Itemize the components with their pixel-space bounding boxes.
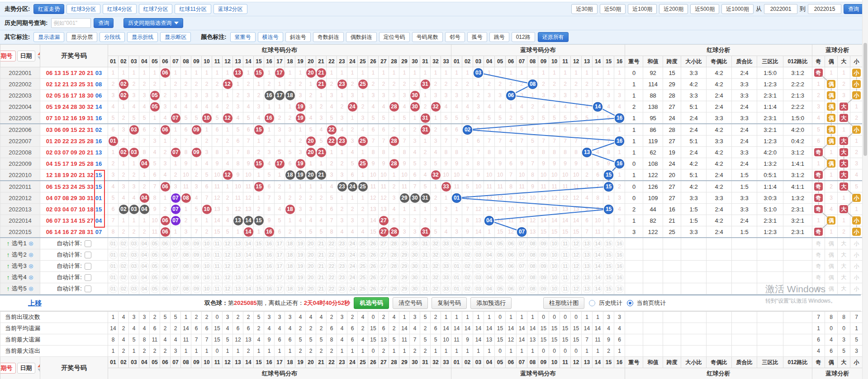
zone-button-红球4分区[interactable]: 红球4分区: [103, 4, 137, 14]
color-button-号码尾数[interactable]: 号码尾数: [412, 32, 443, 42]
blue-pick-number[interactable]: 11: [561, 285, 569, 293]
blue-pick-number[interactable]: 12: [572, 285, 580, 293]
blue-pick-number[interactable]: 15: [604, 251, 613, 259]
red-pick-number[interactable]: 01: [109, 285, 118, 293]
red-pick-number[interactable]: 30: [411, 273, 419, 282]
red-pick-number[interactable]: 20: [307, 251, 315, 259]
range-button-近200期[interactable]: 近200期: [659, 4, 688, 14]
red-pick-number[interactable]: 28: [390, 251, 398, 259]
red-pick-number[interactable]: 11: [213, 262, 222, 271]
red-pick-number[interactable]: 15: [255, 239, 263, 248]
red-pick-number[interactable]: 33: [442, 251, 451, 259]
red-pick-number[interactable]: 23: [338, 262, 346, 271]
red-pick-number[interactable]: 33: [442, 239, 451, 248]
red-pick-number[interactable]: 04: [140, 239, 149, 248]
red-pick-number[interactable]: 12: [223, 262, 232, 271]
blue-pick-number[interactable]: 14: [593, 251, 602, 259]
red-pick-number[interactable]: 19: [296, 251, 305, 259]
zone-button-红球11分区[interactable]: 红球11分区: [175, 4, 211, 14]
red-pick-number[interactable]: 27: [379, 285, 388, 293]
mark-button-显示断区[interactable]: 显示断区: [160, 32, 191, 42]
blue-pick-number[interactable]: 08: [528, 251, 537, 259]
range-button-近1000期[interactable]: 近1000期: [721, 4, 754, 14]
red-pick-number[interactable]: 02: [119, 262, 128, 271]
red-pick-number[interactable]: 09: [192, 285, 201, 293]
clear-selection-icon[interactable]: ⊗: [28, 274, 34, 281]
up-arrow-icon[interactable]: ↑: [7, 262, 10, 270]
red-pick-number[interactable]: 18: [286, 273, 294, 282]
red-pick-number[interactable]: 14: [244, 239, 253, 248]
red-pick-number[interactable]: 31: [421, 251, 430, 259]
red-pick-number[interactable]: 01: [109, 273, 118, 282]
blue-pick-number[interactable]: 01: [452, 285, 461, 293]
blue-pick-number[interactable]: 01: [452, 262, 461, 271]
red-pick-number[interactable]: 31: [421, 285, 430, 293]
blue-pick-number[interactable]: 05: [496, 285, 504, 293]
red-pick-number[interactable]: 05: [151, 285, 159, 293]
blue-pick-number[interactable]: 10: [550, 285, 559, 293]
blue-pick-number[interactable]: 15: [604, 285, 613, 293]
blue-pick-number[interactable]: 09: [539, 273, 548, 282]
blue-pick-number[interactable]: 07: [517, 285, 526, 293]
clear-selection-icon[interactable]: ⊗: [28, 251, 34, 258]
history-input[interactable]: [51, 18, 91, 28]
color-button-竖重号[interactable]: 竖重号: [230, 32, 256, 42]
red-pick-number[interactable]: 08: [182, 239, 190, 248]
red-pick-number[interactable]: 15: [255, 262, 263, 271]
red-pick-number[interactable]: 05: [151, 262, 159, 271]
red-pick-number[interactable]: 05: [151, 239, 159, 248]
up-arrow-icon[interactable]: ↑: [7, 240, 10, 247]
red-pick-number[interactable]: 05: [151, 251, 159, 259]
red-pick-number[interactable]: 14: [244, 262, 253, 271]
blue-pick-number[interactable]: 05: [496, 262, 504, 271]
blue-pick-number[interactable]: 08: [528, 285, 537, 293]
red-pick-number[interactable]: 02: [119, 251, 128, 259]
red-pick-number[interactable]: 26: [369, 239, 378, 248]
blue-pick-number[interactable]: 05: [496, 251, 504, 259]
blue-pick-number[interactable]: 16: [615, 273, 624, 282]
blue-pick-number[interactable]: 16: [615, 251, 624, 259]
red-pick-number[interactable]: 05: [151, 273, 159, 282]
color-button-偶数斜连[interactable]: 偶数斜连: [346, 32, 377, 42]
red-pick-number[interactable]: 32: [432, 262, 440, 271]
red-pick-number[interactable]: 30: [411, 285, 419, 293]
color-button-奇数斜连[interactable]: 奇数斜连: [313, 32, 344, 42]
blue-pick-number[interactable]: 14: [593, 262, 602, 271]
date-sort-button[interactable]: 日期: [17, 363, 35, 374]
red-pick-number[interactable]: 29: [400, 285, 409, 293]
clear-selection-icon[interactable]: ⊗: [28, 285, 34, 292]
red-pick-number[interactable]: 16: [265, 262, 274, 271]
red-pick-number[interactable]: 19: [296, 285, 305, 293]
blue-pick-number[interactable]: 08: [528, 273, 537, 282]
red-pick-number[interactable]: 02: [119, 273, 128, 282]
scrollbar[interactable]: [862, 0, 868, 379]
red-pick-number[interactable]: 08: [182, 273, 190, 282]
red-pick-number[interactable]: 08: [182, 251, 190, 259]
sort-asc-icon[interactable]: [38, 364, 40, 367]
red-pick-number[interactable]: 13: [234, 239, 242, 248]
red-pick-number[interactable]: 28: [390, 262, 398, 271]
red-pick-number[interactable]: 29: [400, 273, 409, 282]
red-pick-number[interactable]: 29: [400, 262, 409, 271]
blue-pick-number[interactable]: 07: [517, 251, 526, 259]
zone-button-蓝球2分区[interactable]: 蓝球2分区: [213, 4, 247, 14]
blue-pick-number[interactable]: 16: [615, 285, 624, 293]
red-pick-number[interactable]: 26: [369, 273, 378, 282]
red-pick-number[interactable]: 06: [161, 285, 170, 293]
red-pick-number[interactable]: 07: [171, 273, 180, 282]
blue-pick-number[interactable]: 02: [463, 285, 472, 293]
red-pick-number[interactable]: 13: [234, 285, 242, 293]
red-pick-number[interactable]: 16: [265, 273, 274, 282]
sort-desc-icon[interactable]: [38, 369, 40, 372]
red-pick-number[interactable]: 02: [119, 285, 128, 293]
mark-button-分段线[interactable]: 分段线: [100, 32, 125, 42]
red-pick-number[interactable]: 23: [338, 239, 346, 248]
red-pick-number[interactable]: 09: [192, 251, 201, 259]
color-button-孤号[interactable]: 孤号: [467, 32, 487, 42]
color-button-012路[interactable]: 012路: [512, 32, 535, 42]
up-arrow-icon[interactable]: ↑: [7, 274, 10, 281]
red-pick-number[interactable]: 21: [317, 285, 326, 293]
blue-pick-number[interactable]: 11: [561, 262, 569, 271]
red-pick-number[interactable]: 25: [359, 251, 367, 259]
red-pick-number[interactable]: 33: [442, 273, 451, 282]
